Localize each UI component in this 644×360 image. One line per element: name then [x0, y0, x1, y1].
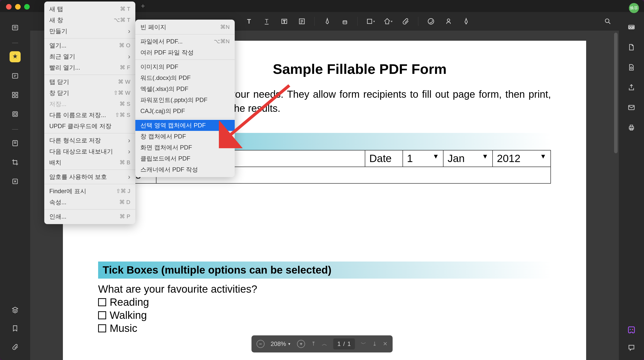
new-tab-button[interactable]: + — [141, 2, 145, 10]
annotate-mode-icon[interactable] — [10, 51, 21, 62]
pen-tool-icon[interactable] — [322, 16, 332, 26]
tools-mode-icon[interactable] — [10, 109, 21, 120]
eraser-tool-icon[interactable] — [340, 16, 350, 26]
menu-item[interactable]: 빨리 열기...⌘ F — [44, 62, 135, 73]
submenu-item[interactable]: 파일에서 PDF...⌥⌘N — [135, 36, 235, 47]
menu-item[interactable]: 만들기› — [44, 26, 135, 37]
left-sidebar — [0, 12, 30, 360]
sticker-tool-icon[interactable] — [426, 16, 436, 26]
attach-file-icon[interactable] — [400, 16, 411, 26]
last-page-icon[interactable]: ⤓ — [372, 341, 377, 347]
svg-line-35 — [609, 22, 610, 24]
document-tool-icon[interactable] — [626, 42, 636, 52]
text-tool-icon[interactable]: T — [244, 16, 254, 26]
menu-item[interactable]: 다음 대상으로 내보내기› — [44, 146, 135, 157]
menu-item[interactable]: 창 닫기⇧⌘ W — [44, 87, 135, 98]
checkbox-icon[interactable] — [98, 324, 106, 332]
note-icon[interactable] — [297, 16, 307, 26]
comment-icon[interactable] — [626, 342, 636, 352]
menu-item[interactable]: 새 창⌥⌘ T — [44, 15, 135, 26]
shape-tool-icon[interactable]: ▾ — [365, 16, 375, 26]
next-page-icon[interactable]: ﹀ — [361, 340, 366, 348]
submenu-item[interactable]: 클립보드에서 PDF — [135, 153, 235, 164]
menu-item[interactable]: 다름 이름으로 저장...⇧⌘ S — [44, 110, 135, 121]
print-icon[interactable] — [626, 123, 636, 133]
zoom-level-display[interactable]: 208% ▼ — [271, 340, 291, 347]
share-icon[interactable] — [626, 82, 636, 92]
svg-rect-8 — [13, 112, 18, 117]
svg-point-34 — [605, 19, 609, 23]
app-window: + 焕菲 OCR — [0, 0, 644, 360]
checkbox-item[interactable]: Music — [98, 322, 551, 334]
minimize-window-button[interactable] — [15, 4, 21, 10]
zoom-out-button[interactable]: − — [257, 340, 265, 348]
tickbox-section-header: Tick Boxes (multiple options can be sele… — [98, 262, 551, 279]
date-year-dropdown[interactable]: 2012▼ — [493, 150, 551, 167]
submenu-item[interactable]: 빈 페이지⌘N — [135, 22, 235, 33]
menu-item[interactable]: UPDF 클라우드에 저장 — [44, 121, 135, 132]
organize-mode-icon[interactable] — [10, 89, 21, 100]
form-mode-icon[interactable] — [10, 138, 21, 149]
submenu-item[interactable]: 선택 영역 캡처에서 PDF — [135, 120, 235, 131]
window-controls — [6, 4, 30, 10]
svg-rect-9 — [14, 113, 16, 115]
submenu-item[interactable]: CAJ(.caj)의 PDF — [135, 106, 235, 117]
protect-icon[interactable] — [626, 62, 636, 72]
compress-mode-icon[interactable] — [10, 176, 21, 187]
checkbox-item[interactable]: Reading — [98, 296, 551, 308]
submenu-item[interactable]: 파워포인트(.pptx)의 PDF — [135, 94, 235, 106]
menu-item[interactable]: 새 탭⌘ T — [44, 4, 135, 15]
page-indicator[interactable]: 1 / 1 — [333, 338, 355, 349]
svg-rect-3 — [13, 74, 18, 78]
redact-tool-icon[interactable] — [461, 16, 471, 26]
close-toolbar-icon[interactable]: ✕ — [383, 341, 387, 347]
submenu-item[interactable]: 화면 캡처에서 PDF — [135, 142, 235, 153]
date-month-dropdown[interactable]: Jan▼ — [443, 150, 493, 167]
edit-mode-icon[interactable] — [10, 70, 21, 81]
svg-text:OCR: OCR — [629, 26, 634, 29]
menu-item[interactable]: 인쇄...⌘ P — [44, 211, 135, 222]
menu-item[interactable]: 최근 열기› — [44, 51, 135, 62]
ai-assistant-icon[interactable] — [626, 325, 636, 335]
zoom-in-button[interactable]: + — [297, 340, 305, 348]
underline-text-icon[interactable]: T — [262, 16, 272, 26]
menu-item[interactable]: 탭 닫기⌘ W — [44, 76, 135, 87]
checkbox-icon[interactable] — [98, 311, 106, 319]
layers-icon[interactable] — [10, 304, 21, 315]
bookmark-icon[interactable] — [10, 323, 21, 334]
checkbox-icon[interactable] — [98, 298, 106, 306]
menu-item[interactable]: 암호를 사용하여 보호› — [44, 171, 135, 182]
reader-mode-icon[interactable] — [10, 22, 21, 33]
submenu-item[interactable]: 창 캡처에서 PDF — [135, 131, 235, 142]
menu-item[interactable]: 다른 형식으로 저장› — [44, 135, 135, 146]
attachment-icon[interactable] — [10, 341, 21, 352]
menu-item[interactable]: 속성...⌘ D — [44, 197, 135, 208]
submenu-item[interactable]: 엑셀(.xlsx)의 PDF — [135, 83, 235, 94]
user-avatar[interactable]: 焕菲 — [629, 3, 639, 13]
svg-text:T: T — [247, 18, 251, 25]
submenu-item[interactable]: 여러 PDF 파일 작성 — [135, 47, 235, 58]
date-day-dropdown[interactable]: 1▼ — [403, 150, 443, 167]
submenu-item[interactable]: 스캐너에서 PDF 작성 — [135, 164, 235, 175]
signature-tool-icon[interactable] — [444, 16, 454, 26]
chevron-down-icon: ▼ — [540, 152, 546, 160]
email-icon[interactable] — [626, 102, 636, 113]
create-submenu-dropdown: 빈 페이지⌘N파일에서 PDF...⌥⌘N여러 PDF 파일 작성이미지의 PD… — [135, 20, 235, 177]
menu-item[interactable]: 배치⌘ B — [44, 157, 135, 168]
ocr-icon[interactable]: OCR — [626, 22, 636, 32]
menu-item[interactable]: 열기...⌘ O — [44, 40, 135, 51]
checkbox-item[interactable]: Walking — [98, 309, 551, 321]
maximize-window-button[interactable] — [24, 4, 30, 10]
close-window-button[interactable] — [6, 4, 12, 10]
crop-mode-icon[interactable] — [10, 157, 21, 168]
menu-item[interactable]: Finder에 표시⇧⌘ J — [44, 186, 135, 197]
submenu-item[interactable]: 이미지의 PDF — [135, 61, 235, 72]
stamp-tool-icon[interactable]: ▾ — [383, 16, 393, 26]
vertical-scrollbar[interactable] — [614, 33, 618, 153]
submenu-item[interactable]: 워드(.docx)의 PDF — [135, 72, 235, 83]
text-box-icon[interactable]: T — [279, 16, 289, 26]
search-icon[interactable] — [603, 16, 613, 26]
prev-page-icon[interactable]: ︿ — [322, 340, 327, 348]
first-page-icon[interactable]: ⤒ — [311, 341, 316, 347]
menu-item: 저장...⌘ S — [44, 98, 135, 110]
